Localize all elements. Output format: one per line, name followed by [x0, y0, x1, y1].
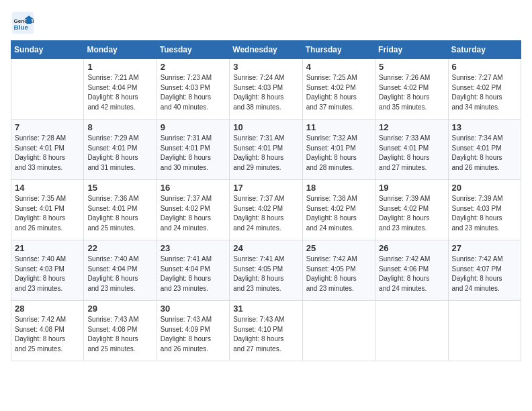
calendar-cell: 11Sunrise: 7:32 AM Sunset: 4:01 PM Dayli… [302, 120, 375, 180]
day-info: Sunrise: 7:42 AM Sunset: 4:07 PM Dayligh… [452, 255, 517, 293]
logo: General Blue [11, 11, 38, 35]
day-info: Sunrise: 7:34 AM Sunset: 4:01 PM Dayligh… [452, 134, 517, 173]
logo-icon: General Blue [11, 11, 35, 35]
day-info: Sunrise: 7:43 AM Sunset: 4:10 PM Dayligh… [233, 315, 298, 354]
day-info: Sunrise: 7:31 AM Sunset: 4:01 PM Dayligh… [233, 134, 298, 173]
day-info: Sunrise: 7:35 AM Sunset: 4:01 PM Dayligh… [15, 194, 80, 233]
day-info: Sunrise: 7:42 AM Sunset: 4:08 PM Dayligh… [15, 315, 80, 354]
day-number: 20 [452, 183, 517, 193]
calendar-cell: 23Sunrise: 7:41 AM Sunset: 4:04 PM Dayli… [157, 240, 229, 301]
day-number: 18 [306, 183, 371, 193]
weekday-header: Friday [375, 41, 448, 59]
day-number: 21 [15, 243, 80, 253]
day-number: 23 [161, 243, 226, 253]
calendar-cell: 3Sunrise: 7:24 AM Sunset: 4:03 PM Daylig… [230, 59, 302, 120]
day-number: 17 [233, 183, 298, 193]
calendar-cell: 9Sunrise: 7:31 AM Sunset: 4:01 PM Daylig… [157, 120, 229, 180]
day-number: 1 [87, 62, 152, 72]
calendar-cell: 13Sunrise: 7:34 AM Sunset: 4:01 PM Dayli… [448, 120, 521, 180]
calendar-week-row: 14Sunrise: 7:35 AM Sunset: 4:01 PM Dayli… [11, 180, 521, 240]
calendar-cell: 7Sunrise: 7:28 AM Sunset: 4:01 PM Daylig… [11, 120, 84, 180]
day-number: 31 [233, 304, 298, 314]
page-header: General Blue [11, 11, 521, 35]
weekday-header: Monday [84, 41, 157, 59]
svg-text:Blue: Blue [14, 24, 29, 31]
calendar-cell [11, 59, 84, 120]
calendar-cell: 15Sunrise: 7:36 AM Sunset: 4:01 PM Dayli… [84, 180, 157, 240]
day-number: 24 [233, 243, 298, 253]
day-info: Sunrise: 7:41 AM Sunset: 4:05 PM Dayligh… [233, 255, 298, 293]
day-number: 28 [15, 304, 80, 314]
calendar-cell [375, 301, 448, 361]
day-info: Sunrise: 7:43 AM Sunset: 4:09 PM Dayligh… [161, 315, 226, 354]
calendar-table: SundayMondayTuesdayWednesdayThursdayFrid… [11, 40, 521, 361]
day-info: Sunrise: 7:41 AM Sunset: 4:04 PM Dayligh… [161, 255, 226, 293]
day-number: 11 [306, 122, 371, 132]
day-info: Sunrise: 7:40 AM Sunset: 4:03 PM Dayligh… [15, 255, 80, 293]
calendar-cell: 29Sunrise: 7:43 AM Sunset: 4:08 PM Dayli… [84, 301, 157, 361]
day-number: 2 [161, 62, 226, 72]
weekday-header: Tuesday [157, 41, 229, 59]
day-number: 3 [233, 62, 298, 72]
day-info: Sunrise: 7:33 AM Sunset: 4:01 PM Dayligh… [379, 134, 444, 173]
day-info: Sunrise: 7:23 AM Sunset: 4:03 PM Dayligh… [161, 73, 226, 112]
weekday-header: Sunday [11, 41, 84, 59]
calendar-week-row: 1Sunrise: 7:21 AM Sunset: 4:04 PM Daylig… [11, 59, 521, 120]
day-number: 16 [161, 183, 226, 193]
weekday-header: Wednesday [230, 41, 302, 59]
day-info: Sunrise: 7:37 AM Sunset: 4:02 PM Dayligh… [233, 194, 298, 233]
day-info: Sunrise: 7:37 AM Sunset: 4:02 PM Dayligh… [161, 194, 226, 233]
day-number: 7 [15, 122, 80, 132]
calendar-cell: 26Sunrise: 7:42 AM Sunset: 4:06 PM Dayli… [375, 240, 448, 301]
calendar-cell: 20Sunrise: 7:39 AM Sunset: 4:03 PM Dayli… [448, 180, 521, 240]
day-number: 29 [87, 304, 152, 314]
day-info: Sunrise: 7:38 AM Sunset: 4:02 PM Dayligh… [306, 194, 371, 233]
calendar-week-row: 21Sunrise: 7:40 AM Sunset: 4:03 PM Dayli… [11, 240, 521, 301]
day-number: 12 [379, 122, 444, 132]
calendar-week-row: 7Sunrise: 7:28 AM Sunset: 4:01 PM Daylig… [11, 120, 521, 180]
calendar-cell: 28Sunrise: 7:42 AM Sunset: 4:08 PM Dayli… [11, 301, 84, 361]
calendar-cell [448, 301, 521, 361]
day-info: Sunrise: 7:27 AM Sunset: 4:02 PM Dayligh… [452, 73, 517, 112]
day-number: 10 [233, 122, 298, 132]
day-number: 25 [306, 243, 371, 253]
day-number: 27 [452, 243, 517, 253]
calendar-cell: 2Sunrise: 7:23 AM Sunset: 4:03 PM Daylig… [157, 59, 229, 120]
day-info: Sunrise: 7:39 AM Sunset: 4:03 PM Dayligh… [452, 194, 517, 233]
day-number: 5 [379, 62, 444, 72]
calendar-cell: 30Sunrise: 7:43 AM Sunset: 4:09 PM Dayli… [157, 301, 229, 361]
day-number: 4 [306, 62, 371, 72]
day-info: Sunrise: 7:25 AM Sunset: 4:02 PM Dayligh… [306, 73, 371, 112]
calendar-cell: 6Sunrise: 7:27 AM Sunset: 4:02 PM Daylig… [448, 59, 521, 120]
calendar-cell: 21Sunrise: 7:40 AM Sunset: 4:03 PM Dayli… [11, 240, 84, 301]
day-info: Sunrise: 7:24 AM Sunset: 4:03 PM Dayligh… [233, 73, 298, 112]
calendar-cell: 18Sunrise: 7:38 AM Sunset: 4:02 PM Dayli… [302, 180, 375, 240]
day-number: 13 [452, 122, 517, 132]
day-number: 19 [379, 183, 444, 193]
day-info: Sunrise: 7:28 AM Sunset: 4:01 PM Dayligh… [15, 134, 80, 173]
calendar-cell: 17Sunrise: 7:37 AM Sunset: 4:02 PM Dayli… [230, 180, 302, 240]
weekday-header: Thursday [302, 41, 375, 59]
calendar-cell: 27Sunrise: 7:42 AM Sunset: 4:07 PM Dayli… [448, 240, 521, 301]
day-number: 8 [87, 122, 152, 132]
calendar-cell: 25Sunrise: 7:42 AM Sunset: 4:05 PM Dayli… [302, 240, 375, 301]
day-info: Sunrise: 7:36 AM Sunset: 4:01 PM Dayligh… [87, 194, 152, 233]
calendar-cell: 8Sunrise: 7:29 AM Sunset: 4:01 PM Daylig… [84, 120, 157, 180]
calendar-cell [302, 301, 375, 361]
calendar-cell: 19Sunrise: 7:39 AM Sunset: 4:02 PM Dayli… [375, 180, 448, 240]
calendar-cell: 5Sunrise: 7:26 AM Sunset: 4:02 PM Daylig… [375, 59, 448, 120]
day-info: Sunrise: 7:31 AM Sunset: 4:01 PM Dayligh… [161, 134, 226, 173]
day-info: Sunrise: 7:43 AM Sunset: 4:08 PM Dayligh… [87, 315, 152, 354]
calendar-cell: 12Sunrise: 7:33 AM Sunset: 4:01 PM Dayli… [375, 120, 448, 180]
day-number: 9 [161, 122, 226, 132]
day-info: Sunrise: 7:26 AM Sunset: 4:02 PM Dayligh… [379, 73, 444, 112]
calendar-cell: 31Sunrise: 7:43 AM Sunset: 4:10 PM Dayli… [230, 301, 302, 361]
day-info: Sunrise: 7:42 AM Sunset: 4:05 PM Dayligh… [306, 255, 371, 293]
day-info: Sunrise: 7:32 AM Sunset: 4:01 PM Dayligh… [306, 134, 371, 173]
calendar-cell: 1Sunrise: 7:21 AM Sunset: 4:04 PM Daylig… [84, 59, 157, 120]
calendar-cell: 24Sunrise: 7:41 AM Sunset: 4:05 PM Dayli… [230, 240, 302, 301]
calendar-week-row: 28Sunrise: 7:42 AM Sunset: 4:08 PM Dayli… [11, 301, 521, 361]
day-number: 26 [379, 243, 444, 253]
day-info: Sunrise: 7:42 AM Sunset: 4:06 PM Dayligh… [379, 255, 444, 293]
calendar-cell: 16Sunrise: 7:37 AM Sunset: 4:02 PM Dayli… [157, 180, 229, 240]
